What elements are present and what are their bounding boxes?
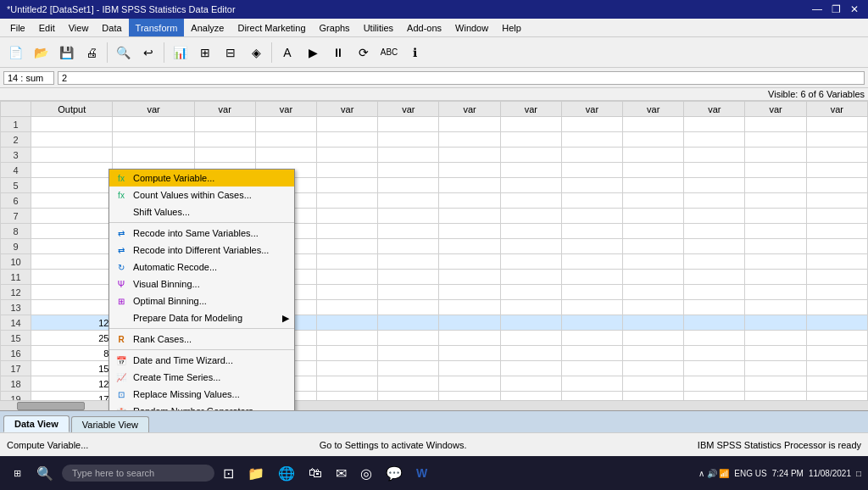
col-var[interactable] xyxy=(684,132,745,148)
col-var[interactable] xyxy=(500,117,561,132)
menu-prepare-data[interactable]: Prepare Data for Modeling ▶ xyxy=(109,309,294,326)
col-var[interactable] xyxy=(378,285,439,300)
var-button[interactable]: A xyxy=(275,41,299,64)
print-button[interactable]: 🖨 xyxy=(80,41,103,64)
col-var[interactable] xyxy=(806,346,867,361)
col-var[interactable] xyxy=(317,209,378,224)
col-var[interactable] xyxy=(745,270,806,285)
menu-optimal-binning[interactable]: ⊞ Optimal Binning... xyxy=(109,292,294,309)
col-var[interactable] xyxy=(439,315,500,331)
menu-compute-variable[interactable]: fx Compute Variable... xyxy=(109,170,294,187)
col-var[interactable] xyxy=(378,239,439,254)
menu-analyze[interactable]: Analyze xyxy=(184,19,231,36)
col-var[interactable] xyxy=(561,285,622,300)
col-var[interactable] xyxy=(317,270,378,285)
col-var[interactable] xyxy=(561,361,622,376)
menu-graphs[interactable]: Graphs xyxy=(313,19,357,36)
col-var[interactable] xyxy=(684,376,745,392)
col-var[interactable] xyxy=(745,254,806,270)
col-var[interactable] xyxy=(378,361,439,376)
col-var[interactable] xyxy=(194,132,255,148)
edge-taskbar[interactable]: 🌐 xyxy=(273,464,300,483)
col-var[interactable] xyxy=(623,315,684,331)
col-first[interactable] xyxy=(31,148,113,163)
col-var[interactable] xyxy=(439,148,500,163)
start-button[interactable]: ⊞ xyxy=(7,465,28,482)
col-var[interactable] xyxy=(745,331,806,346)
col-var[interactable] xyxy=(806,117,867,132)
col-var[interactable] xyxy=(317,346,378,361)
cell-value-input[interactable] xyxy=(58,71,865,85)
col-first[interactable] xyxy=(31,163,113,178)
close-button[interactable]: ✕ xyxy=(848,3,861,16)
task-view-button[interactable]: ⊡ xyxy=(218,464,239,483)
col-var[interactable] xyxy=(623,331,684,346)
col-var[interactable] xyxy=(439,178,500,193)
col-var[interactable] xyxy=(317,117,378,132)
col-var[interactable] xyxy=(317,361,378,376)
col-var[interactable] xyxy=(561,148,622,163)
col-var[interactable] xyxy=(255,117,316,132)
col-first[interactable] xyxy=(31,300,113,315)
col-first[interactable] xyxy=(31,132,113,148)
col-var[interactable] xyxy=(317,331,378,346)
menu-random-numbers[interactable]: 🎲 Random Number Generators... xyxy=(109,403,294,410)
spell-button[interactable]: ABC xyxy=(377,41,401,64)
col-first[interactable] xyxy=(31,270,113,285)
col-var[interactable] xyxy=(745,132,806,148)
mail-taskbar[interactable]: ✉ xyxy=(331,464,352,483)
menu-visual-binning[interactable]: Ψ Visual Binning... xyxy=(109,276,294,292)
col-var[interactable] xyxy=(806,224,867,239)
col-var[interactable] xyxy=(561,376,622,392)
col-var[interactable] xyxy=(806,315,867,331)
col-var[interactable] xyxy=(439,209,500,224)
col-var[interactable] xyxy=(623,224,684,239)
col-var[interactable] xyxy=(684,300,745,315)
col-var[interactable] xyxy=(623,148,684,163)
col-var[interactable] xyxy=(500,239,561,254)
col-var[interactable] xyxy=(745,361,806,376)
col-var[interactable] xyxy=(439,224,500,239)
col-var[interactable] xyxy=(684,315,745,331)
chrome-taskbar[interactable]: ◎ xyxy=(355,464,377,483)
col-var[interactable] xyxy=(806,361,867,376)
col-var[interactable] xyxy=(623,193,684,209)
menu-count-values[interactable]: fx Count Values within Cases... xyxy=(109,187,294,203)
col-var[interactable] xyxy=(684,270,745,285)
col-var[interactable] xyxy=(500,148,561,163)
col-var[interactable] xyxy=(378,193,439,209)
col-var[interactable] xyxy=(378,178,439,193)
col-var[interactable] xyxy=(806,376,867,392)
col-var[interactable] xyxy=(439,376,500,392)
col-var[interactable] xyxy=(439,346,500,361)
col-var[interactable] xyxy=(317,285,378,300)
col-var[interactable] xyxy=(317,224,378,239)
col-var[interactable] xyxy=(500,300,561,315)
menu-rank-cases[interactable]: R Rank Cases... xyxy=(109,331,294,348)
col-var[interactable] xyxy=(623,346,684,361)
cell-reference[interactable] xyxy=(3,71,54,85)
notification[interactable]: □ xyxy=(856,469,861,478)
col-var[interactable] xyxy=(439,163,500,178)
col-var[interactable] xyxy=(439,270,500,285)
col-var[interactable] xyxy=(500,193,561,209)
menu-auto-recode[interactable]: ↻ Automatic Recode... xyxy=(109,259,294,276)
col-var[interactable] xyxy=(623,209,684,224)
col-var[interactable] xyxy=(561,315,622,331)
col-var[interactable] xyxy=(623,285,684,300)
col-var[interactable] xyxy=(684,117,745,132)
col-var[interactable] xyxy=(561,209,622,224)
col-var[interactable] xyxy=(806,148,867,163)
search-input[interactable] xyxy=(62,465,214,482)
col-var[interactable] xyxy=(561,163,622,178)
search-button[interactable]: 🔍 xyxy=(31,464,58,483)
col-var[interactable] xyxy=(745,239,806,254)
col-var[interactable] xyxy=(500,178,561,193)
col-var[interactable] xyxy=(194,117,255,132)
col-var[interactable] xyxy=(378,209,439,224)
col-var[interactable] xyxy=(561,254,622,270)
col-var[interactable] xyxy=(684,193,745,209)
col-var[interactable] xyxy=(317,132,378,148)
col-var[interactable] xyxy=(317,315,378,331)
col-var[interactable] xyxy=(500,285,561,300)
